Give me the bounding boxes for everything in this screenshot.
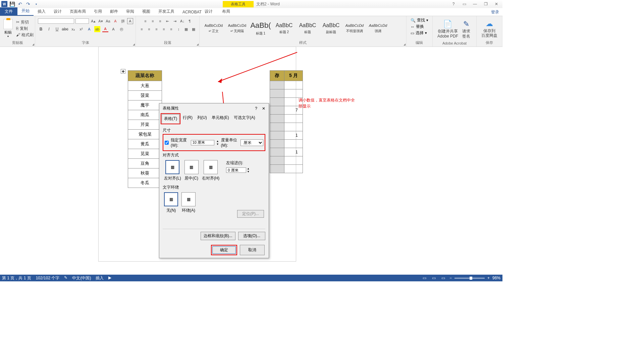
- tab-insert[interactable]: 插入: [34, 7, 50, 16]
- style-item[interactable]: AaBbC标题: [296, 19, 319, 38]
- undo-icon[interactable]: ↶: [17, 1, 23, 7]
- justify-icon[interactable]: ≡: [161, 26, 167, 32]
- tab-file[interactable]: 文件: [0, 7, 17, 16]
- tab-mail[interactable]: 邮件: [106, 7, 122, 16]
- table-cell[interactable]: 魔芋: [128, 100, 162, 110]
- wrap-none-option[interactable]: ▦无(N): [164, 192, 178, 213]
- view-print-icon[interactable]: ▭: [431, 275, 437, 281]
- font-name-combo[interactable]: [38, 18, 74, 24]
- font-color-icon[interactable]: A: [102, 26, 108, 32]
- phonetic-icon[interactable]: 拼: [120, 18, 126, 24]
- status-mode[interactable]: 插入: [96, 275, 104, 281]
- table-cell[interactable]: 芹菜: [128, 120, 162, 130]
- table-cell[interactable]: [270, 89, 284, 98]
- select-button[interactable]: ▭选择 ▾: [411, 30, 427, 36]
- align-center-option[interactable]: ▦居中(C): [184, 160, 199, 181]
- unit-combo[interactable]: 厘米: [240, 139, 263, 146]
- numbering-icon[interactable]: ≡: [150, 18, 156, 24]
- document-area[interactable]: ✥ 蔬菜名称 大葱菠菜魔芋南瓜芹菜紫包菜黄瓜苋菜豆角秋葵冬瓜 存5 月 7 1 …: [0, 47, 502, 275]
- style-item[interactable]: AaBbC标题 2: [273, 19, 296, 38]
- zoom-out-icon[interactable]: −: [449, 276, 452, 280]
- tab-references[interactable]: 引用: [90, 7, 106, 16]
- zoom-level[interactable]: 96%: [492, 276, 500, 280]
- table-move-handle-icon[interactable]: ✥: [121, 69, 125, 74]
- dialog-launcher-icon[interactable]: ◢: [197, 43, 199, 46]
- tab-developer[interactable]: 开发工具: [154, 7, 178, 16]
- table-cell[interactable]: 1: [284, 148, 303, 156]
- style-item[interactable]: AaBbC副标题: [320, 19, 342, 38]
- outdent-icon[interactable]: ⇤: [165, 18, 171, 24]
- bullets-icon[interactable]: ≡: [143, 18, 149, 24]
- request-sign-button[interactable]: ✎ 请求签名: [461, 19, 472, 39]
- tab-view[interactable]: 视图: [138, 7, 154, 16]
- status-page[interactable]: 第 1 页，共 1 页: [2, 275, 31, 281]
- table-cell[interactable]: [270, 123, 284, 131]
- wrap-around-option[interactable]: ▦环绕(A): [181, 192, 196, 213]
- table-cell[interactable]: 1: [284, 131, 303, 140]
- table-cell[interactable]: [270, 148, 284, 156]
- change-case-icon[interactable]: Aa: [105, 18, 111, 24]
- indent-icon[interactable]: ⇥: [172, 18, 178, 24]
- restore-icon[interactable]: ❐: [481, 1, 490, 7]
- italic-icon[interactable]: I: [46, 26, 52, 32]
- align-right-icon[interactable]: ≡: [154, 26, 160, 32]
- style-item[interactable]: AaBbCcDd↵ 无间隔: [226, 19, 249, 38]
- ribbon-options-icon[interactable]: ▭: [460, 1, 469, 7]
- table-cell[interactable]: [284, 115, 303, 123]
- view-read-icon[interactable]: ▭: [421, 275, 428, 281]
- help-icon[interactable]: ?: [449, 1, 458, 7]
- cut-button[interactable]: ✂剪切: [16, 19, 34, 25]
- highlight-icon[interactable]: ab: [94, 26, 100, 32]
- table-cell[interactable]: [284, 140, 303, 148]
- tab-home[interactable]: 开始: [17, 7, 34, 16]
- table-cell[interactable]: [284, 165, 303, 173]
- dialog-launcher-icon[interactable]: ◢: [133, 43, 135, 46]
- char-border-icon[interactable]: A: [127, 18, 133, 24]
- dialog-tab-alt[interactable]: 可选文字(A): [231, 113, 258, 124]
- dialog-help-icon[interactable]: ?: [255, 106, 257, 111]
- table-cell[interactable]: [270, 98, 284, 106]
- table-cell[interactable]: [284, 123, 303, 131]
- superscript-icon[interactable]: x²: [78, 26, 84, 32]
- sort-icon[interactable]: A↓: [179, 18, 185, 24]
- table-header-cell[interactable]: 存: [270, 71, 284, 81]
- dialog-tab-row[interactable]: 行(R): [180, 113, 195, 124]
- copy-button[interactable]: ⎘复制: [16, 26, 34, 31]
- align-right-option[interactable]: ▦右对齐(H): [202, 160, 220, 181]
- tab-table-layout[interactable]: 布局: [217, 7, 235, 16]
- table-cell[interactable]: 紫包菜: [128, 130, 162, 139]
- borders-icon[interactable]: ▦: [191, 26, 197, 32]
- table-cell[interactable]: [270, 165, 284, 173]
- table-cell[interactable]: [270, 156, 284, 165]
- bold-icon[interactable]: B: [38, 26, 44, 32]
- dialog-launcher-icon[interactable]: ◢: [404, 43, 406, 46]
- format-painter-button[interactable]: 🖌格式刷: [16, 32, 34, 38]
- options-button[interactable]: 选项(O)...: [238, 232, 265, 240]
- indent-input[interactable]: [226, 167, 246, 173]
- zoom-slider[interactable]: [454, 278, 485, 279]
- width-input[interactable]: [191, 140, 214, 145]
- table-cell[interactable]: [270, 140, 284, 148]
- ok-button[interactable]: 确定: [212, 246, 236, 254]
- view-web-icon[interactable]: ▭: [440, 275, 447, 281]
- table-cell[interactable]: 南瓜: [128, 110, 162, 120]
- strike-icon[interactable]: abc: [62, 26, 68, 32]
- tab-review[interactable]: 审阅: [122, 7, 138, 16]
- enclose-icon[interactable]: ㊕: [118, 26, 124, 32]
- table-cell[interactable]: [284, 156, 303, 165]
- distribute-icon[interactable]: ≡: [168, 26, 174, 32]
- style-item[interactable]: AaBbCcDd↵ 正文: [202, 19, 225, 38]
- status-macro-icon[interactable]: ▶: [108, 275, 111, 281]
- table-cell[interactable]: [270, 131, 284, 140]
- align-center-icon[interactable]: ≡: [146, 26, 152, 32]
- table-cell[interactable]: 菠菜: [128, 91, 162, 100]
- shading-icon[interactable]: ▦: [183, 26, 189, 32]
- show-marks-icon[interactable]: ¶: [187, 18, 193, 24]
- line-spacing-icon[interactable]: ↕: [176, 26, 182, 32]
- table-cell[interactable]: 黄瓜: [128, 139, 162, 149]
- grow-font-icon[interactable]: A▴: [90, 18, 96, 24]
- status-spellcheck-icon[interactable]: ✎: [64, 275, 67, 281]
- tab-page-layout[interactable]: 页面布局: [66, 7, 90, 16]
- login-link[interactable]: 登录: [491, 9, 499, 15]
- replace-button[interactable]: ↔替换: [411, 24, 424, 29]
